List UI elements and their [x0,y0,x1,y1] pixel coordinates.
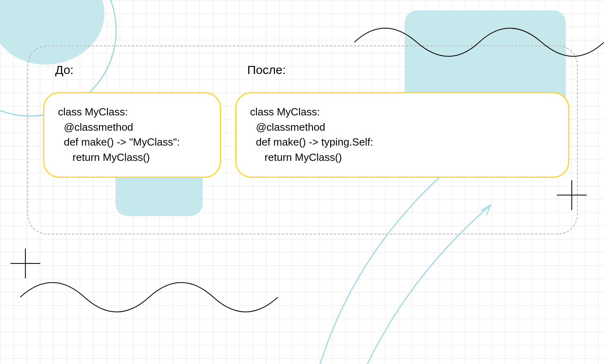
plus-icon [554,177,590,213]
code-line: def make() -> typing.Self: [250,135,554,150]
code-line: class MyClass: [250,105,554,120]
before-label: До: [43,63,221,77]
after-code-card: class MyClass: @classmethod def make() -… [235,92,569,178]
code-line: return MyClass() [250,150,554,165]
code-line: def make() -> "MyClass": [58,135,206,150]
before-code-card: class MyClass: @classmethod def make() -… [43,92,221,178]
code-line: return MyClass() [58,150,206,165]
after-label: После: [235,63,569,77]
wave-decoration-bottom [20,270,278,326]
code-line: @classmethod [250,120,554,135]
before-column: До: class MyClass: @classmethod def make… [43,63,221,178]
wave-decoration-top [354,16,604,70]
after-column: После: class MyClass: @classmethod def m… [235,63,569,178]
code-line: class MyClass: [58,105,206,120]
code-line: @classmethod [58,120,206,135]
curved-arrow-icon [330,181,507,364]
